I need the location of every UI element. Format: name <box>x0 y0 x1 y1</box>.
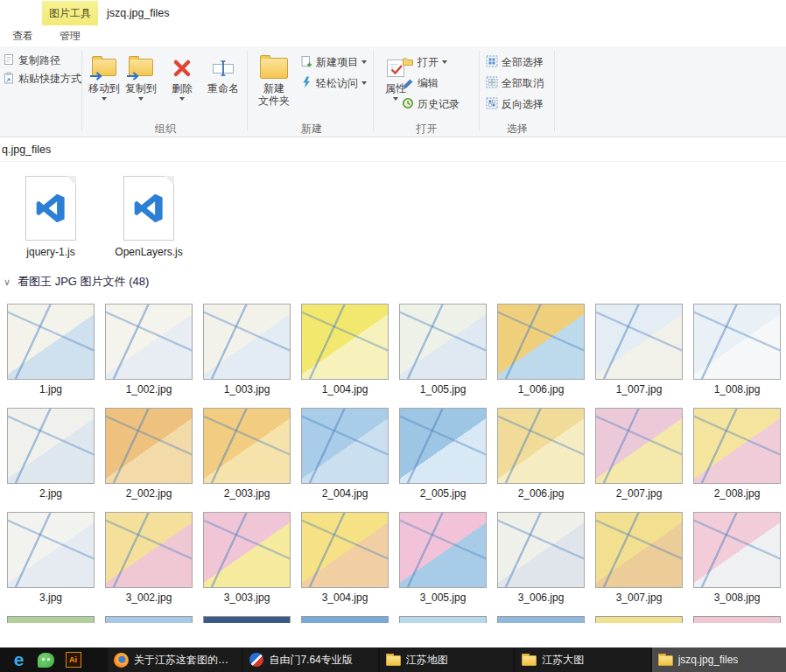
delete-button[interactable]: 删除 <box>164 49 200 101</box>
image-file-item[interactable]: 3_004.jpg <box>301 512 389 605</box>
tab-manage[interactable]: 管理 <box>49 26 91 46</box>
image-file-item[interactable]: 3_007.jpg <box>595 512 683 605</box>
easy-access-icon <box>300 76 312 91</box>
image-thumbnail[interactable] <box>595 512 683 588</box>
image-file-item[interactable]: 2_007.jpg <box>595 408 683 500</box>
illustrator-taskbar-button[interactable] <box>60 648 87 672</box>
image-thumbnail[interactable] <box>105 304 193 380</box>
image-file-item[interactable]: 2_004.jpg <box>301 408 389 500</box>
chevron-down-icon <box>361 60 367 64</box>
image-file-item[interactable]: 3_008.jpg <box>693 512 781 605</box>
open-button[interactable]: 打开 <box>399 53 450 71</box>
new-item-button[interactable]: 新建项目 <box>298 53 369 71</box>
taskbar-window-label: 江苏大图 <box>542 653 584 668</box>
image-file-item[interactable]: 2.jpg <box>7 408 95 500</box>
image-thumbnail[interactable] <box>693 304 781 380</box>
file-group-header[interactable]: ∨ 看图王 JPG 图片文件 (48) <box>4 274 149 290</box>
js-file-item[interactable]: OpenLayers.js <box>105 176 193 258</box>
image-file-item[interactable]: 3.jpg <box>7 512 95 605</box>
image-file-item[interactable]: 1_004.jpg <box>301 304 389 396</box>
address-path-text: q.jpg_files <box>2 144 51 156</box>
image-thumbnail-partial[interactable] <box>497 616 585 623</box>
edge-taskbar-button[interactable] <box>5 648 32 672</box>
easy-access-button[interactable]: 轻松访问 <box>298 74 369 92</box>
invert-selection-button[interactable]: 反向选择 <box>483 95 546 113</box>
image-thumbnail-partial[interactable] <box>399 616 487 623</box>
chevron-down-icon[interactable]: ∨ <box>4 276 11 288</box>
copy-to-button[interactable]: 复制到 <box>123 49 158 101</box>
image-thumbnail[interactable] <box>497 408 585 484</box>
js-file-item[interactable]: jquery-1.js <box>7 176 95 258</box>
image-file-item[interactable]: 1_003.jpg <box>203 304 291 396</box>
image-filename: 3_007.jpg <box>595 592 683 605</box>
image-filename: 3_002.jpg <box>105 592 193 605</box>
image-file-item[interactable]: 2_005.jpg <box>399 408 487 500</box>
image-thumbnail[interactable] <box>399 304 487 380</box>
image-thumbnail[interactable] <box>301 408 389 484</box>
wechat-taskbar-button[interactable] <box>32 648 60 672</box>
select-none-button[interactable]: 全部取消 <box>483 74 546 92</box>
image-thumbnail[interactable] <box>7 408 95 484</box>
image-file-item[interactable]: 3_003.jpg <box>203 512 291 605</box>
image-thumbnail[interactable] <box>497 512 585 588</box>
image-file-item[interactable]: 1.jpg <box>7 304 95 396</box>
select-all-button[interactable]: 全部选择 <box>483 53 546 71</box>
image-thumbnail[interactable] <box>105 408 193 484</box>
rename-icon <box>212 51 235 79</box>
image-file-item[interactable]: 2_008.jpg <box>693 408 781 500</box>
select-all-icon <box>486 55 498 70</box>
image-file-item[interactable]: 1_002.jpg <box>105 304 193 396</box>
image-thumbnail[interactable] <box>595 408 683 484</box>
image-thumbnail[interactable] <box>105 512 193 588</box>
image-thumbnail[interactable] <box>7 304 95 380</box>
image-file-item[interactable]: 1_008.jpg <box>693 304 781 396</box>
image-thumbnail-partial[interactable] <box>301 616 389 623</box>
image-thumbnail-partial[interactable] <box>693 616 781 623</box>
image-thumbnail[interactable] <box>693 408 781 484</box>
window-title: jszq.jpg_files <box>107 7 170 19</box>
image-thumbnail[interactable] <box>203 408 291 484</box>
picture-tools-context-tab[interactable]: 图片工具 <box>42 1 98 25</box>
image-thumbnail-partial[interactable] <box>7 616 95 623</box>
move-to-button[interactable]: 移动到 <box>87 49 122 101</box>
tab-view[interactable]: 查看 <box>4 26 42 46</box>
image-filename: 3_004.jpg <box>301 592 389 605</box>
image-thumbnail[interactable] <box>399 408 487 484</box>
image-thumbnail-partial[interactable] <box>203 616 291 623</box>
image-thumbnail[interactable] <box>399 512 487 588</box>
taskbar-window-button[interactable]: jszq.jpg_files <box>652 648 786 672</box>
image-file-item[interactable]: 3_005.jpg <box>399 512 487 605</box>
image-file-item[interactable]: 1_007.jpg <box>595 304 683 396</box>
image-thumbnail[interactable] <box>7 512 95 588</box>
taskbar-window-button[interactable]: 江苏大图 <box>516 648 649 672</box>
image-thumbnail-partial[interactable] <box>595 616 683 623</box>
image-file-item[interactable]: 3_006.jpg <box>497 512 585 605</box>
taskbar-window-button[interactable]: 江苏地图 <box>380 648 514 672</box>
history-button[interactable]: 历史记录 <box>399 95 462 113</box>
image-file-item[interactable]: 2_002.jpg <box>105 408 193 500</box>
image-file-item[interactable]: 3_002.jpg <box>105 512 193 605</box>
copy-path-button[interactable]: 复制路径 <box>0 52 63 69</box>
rename-button[interactable]: 重命名 <box>202 49 244 94</box>
image-thumbnail[interactable] <box>595 304 683 380</box>
image-file-item[interactable]: 1_005.jpg <box>399 304 487 396</box>
new-folder-button[interactable]: 新建 文件夹 <box>252 49 296 107</box>
image-thumbnail[interactable] <box>301 304 389 380</box>
image-thumbnail[interactable] <box>203 304 291 380</box>
folder-icon <box>386 655 401 666</box>
edit-button[interactable]: 编辑 <box>399 74 441 92</box>
image-thumbnail[interactable] <box>693 512 781 588</box>
image-file-item[interactable]: 1_006.jpg <box>497 304 585 396</box>
image-thumbnail-partial[interactable] <box>105 616 193 623</box>
image-file-item[interactable]: 2_003.jpg <box>203 408 291 500</box>
image-filename: 1_003.jpg <box>203 383 291 396</box>
image-thumbnail[interactable] <box>301 512 389 588</box>
image-thumbnail[interactable] <box>203 512 291 588</box>
paste-shortcut-button[interactable]: 粘贴快捷方式 <box>0 70 84 88</box>
image-thumbnail[interactable] <box>497 304 585 380</box>
taskbar-window-button[interactable]: 自由门7.64专业版 <box>243 648 377 672</box>
new-folder-label-line1: 新建 <box>263 83 284 94</box>
image-file-item[interactable]: 2_006.jpg <box>497 408 585 500</box>
taskbar-window-button[interactable]: 关于江苏这套图的下... <box>108 648 242 672</box>
address-bar[interactable]: q.jpg_files <box>0 137 786 162</box>
